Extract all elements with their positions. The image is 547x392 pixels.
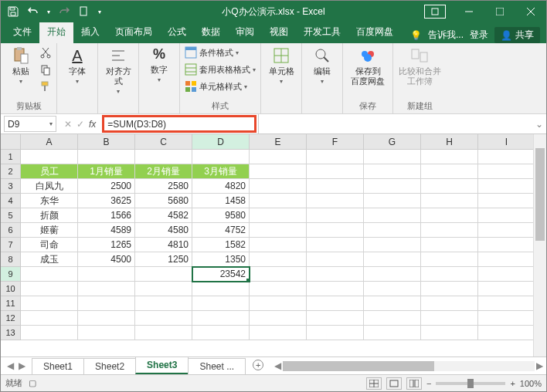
sheet-tab-Sheet3[interactable]: Sheet3: [135, 357, 189, 374]
cell-I3[interactable]: [478, 179, 535, 194]
cell-D2[interactable]: 3月销量: [192, 164, 250, 179]
cell-H3[interactable]: [421, 179, 478, 194]
cell-D1[interactable]: [192, 150, 250, 164]
cell-F5[interactable]: [307, 208, 364, 223]
cell-G10[interactable]: [364, 282, 421, 296]
close-button[interactable]: [515, 1, 546, 22]
tab-review[interactable]: 审阅: [228, 22, 262, 43]
cell-I6[interactable]: [478, 223, 535, 238]
cell-A2[interactable]: 员工: [21, 164, 78, 179]
cell-H12[interactable]: [421, 311, 478, 326]
page-break-view-icon[interactable]: [406, 377, 422, 390]
row-header-1[interactable]: 1: [1, 150, 21, 164]
tab-file[interactable]: 文件: [5, 22, 39, 43]
cell-C12[interactable]: [135, 311, 192, 326]
cell-C3[interactable]: 2580: [135, 179, 192, 194]
cell-H4[interactable]: [421, 194, 478, 208]
cell-F2[interactable]: [307, 164, 364, 179]
editing-button[interactable]: 编辑▾: [307, 46, 338, 86]
vertical-scrollbar[interactable]: [533, 134, 546, 357]
cell-E4[interactable]: [250, 194, 307, 208]
cell-E5[interactable]: [250, 208, 307, 223]
cell-G9[interactable]: [364, 267, 421, 282]
column-header-B[interactable]: B: [78, 134, 135, 150]
zoom-slider-handle[interactable]: [467, 379, 474, 388]
cell-A7[interactable]: 司命: [21, 238, 78, 252]
tab-insert[interactable]: 插入: [73, 22, 107, 43]
cell-B6[interactable]: 4589: [78, 223, 135, 238]
cell-C10[interactable]: [135, 282, 192, 296]
row-header-10[interactable]: 10: [1, 282, 21, 296]
conditional-format-button[interactable]: 条件格式 ▾: [185, 46, 256, 59]
cell-B7[interactable]: 1265: [78, 238, 135, 252]
undo-icon[interactable]: [27, 5, 39, 18]
cell-I2[interactable]: [478, 164, 535, 179]
cell-F8[interactable]: [307, 252, 364, 267]
copy-icon[interactable]: [39, 63, 52, 78]
column-header-C[interactable]: C: [135, 134, 192, 150]
tab-page-layout[interactable]: 页面布局: [107, 22, 160, 43]
column-header-F[interactable]: F: [307, 134, 364, 150]
cell-D9[interactable]: 23542: [192, 267, 250, 282]
fx-icon[interactable]: fx: [89, 119, 96, 130]
cell-B5[interactable]: 1566: [78, 208, 135, 223]
cell-E8[interactable]: [250, 252, 307, 267]
column-header-H[interactable]: H: [421, 134, 478, 150]
ribbon-display-icon[interactable]: [424, 5, 446, 19]
cell-C9[interactable]: [135, 267, 192, 282]
cell-F1[interactable]: [307, 150, 364, 164]
cell-F7[interactable]: [307, 238, 364, 252]
column-header-A[interactable]: A: [21, 134, 78, 150]
cell-I7[interactable]: [478, 238, 535, 252]
cell-G11[interactable]: [364, 296, 421, 311]
cell-E13[interactable]: [250, 326, 307, 340]
cell-H7[interactable]: [421, 238, 478, 252]
cell-G4[interactable]: [364, 194, 421, 208]
sheet-tab-Sheet1[interactable]: Sheet1: [32, 358, 84, 374]
cell-B4[interactable]: 3625: [78, 194, 135, 208]
formula-bar-input[interactable]: =SUM(D3:D8): [107, 119, 166, 130]
cell-D3[interactable]: 4820: [192, 179, 250, 194]
cell-C4[interactable]: 5680: [135, 194, 192, 208]
tab-home[interactable]: 开始: [39, 22, 73, 43]
cell-G13[interactable]: [364, 326, 421, 340]
maximize-button[interactable]: [484, 1, 515, 22]
cell-D6[interactable]: 4752: [192, 223, 250, 238]
cell-H6[interactable]: [421, 223, 478, 238]
name-box-dropdown-icon[interactable]: ▾: [49, 120, 53, 127]
cell-B8[interactable]: 4500: [78, 252, 135, 267]
cell-F9[interactable]: [307, 267, 364, 282]
tab-baidu[interactable]: 百度网盘: [348, 22, 401, 43]
tab-data[interactable]: 数据: [194, 22, 228, 43]
cell-I13[interactable]: [478, 326, 535, 340]
column-header-G[interactable]: G: [364, 134, 421, 150]
cell-E10[interactable]: [250, 282, 307, 296]
row-header-5[interactable]: 5: [1, 208, 21, 223]
hscroll-left-icon[interactable]: ◀: [274, 360, 281, 371]
horizontal-scrollbar[interactable]: ◀ ▶: [271, 357, 546, 374]
row-header-9[interactable]: 9: [1, 267, 21, 282]
cell-F11[interactable]: [307, 296, 364, 311]
cell-B3[interactable]: 2500: [78, 179, 135, 194]
tab-developer[interactable]: 开发工具: [296, 22, 348, 43]
cell-C7[interactable]: 4810: [135, 238, 192, 252]
cell-E11[interactable]: [250, 296, 307, 311]
name-box[interactable]: D9▾: [4, 116, 56, 132]
row-header-2[interactable]: 2: [1, 164, 21, 179]
cell-B9[interactable]: [78, 267, 135, 282]
cell-B11[interactable]: [78, 296, 135, 311]
cell-E2[interactable]: [250, 164, 307, 179]
cell-D5[interactable]: 9580: [192, 208, 250, 223]
cell-I1[interactable]: [478, 150, 535, 164]
enter-formula-icon[interactable]: ✓: [76, 119, 84, 130]
cancel-formula-icon[interactable]: ✕: [64, 119, 72, 130]
cell-I10[interactable]: [478, 282, 535, 296]
cell-F12[interactable]: [307, 311, 364, 326]
cell-D7[interactable]: 1582: [192, 238, 250, 252]
cell-F10[interactable]: [307, 282, 364, 296]
cell-A3[interactable]: 白凤九: [21, 179, 78, 194]
column-header-E[interactable]: E: [250, 134, 307, 150]
cell-A5[interactable]: 折颜: [21, 208, 78, 223]
cell-B2[interactable]: 1月销量: [78, 164, 135, 179]
sheet-nav-next-icon[interactable]: ▶: [19, 360, 25, 371]
